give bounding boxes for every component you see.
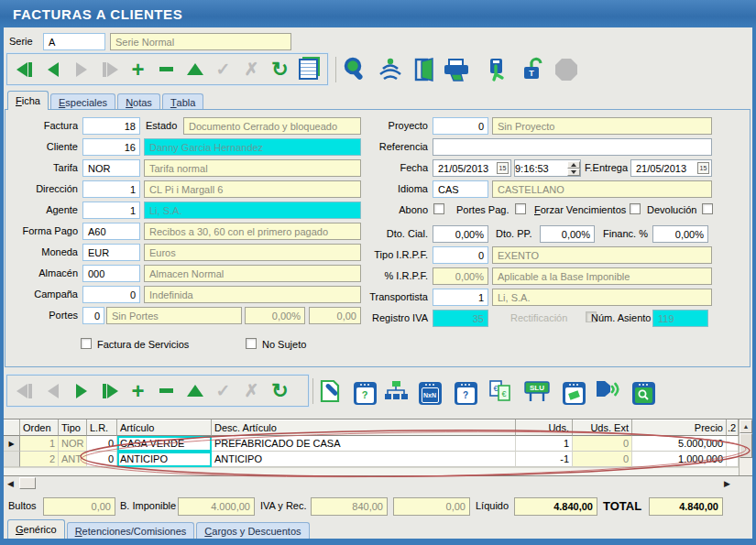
first-record-button[interactable] (13, 58, 36, 82)
cell-lr[interactable]: 0 (87, 436, 117, 452)
grid-horizontal-scrollbar[interactable]: ◀ ▶ (4, 476, 752, 491)
cell-orden[interactable]: 2 (20, 452, 59, 467)
calendar-icon[interactable]: 15 (497, 162, 509, 174)
calendar-icon[interactable]: 15 (697, 162, 709, 174)
agente-code-input[interactable]: 1 (82, 202, 140, 219)
line-first-button[interactable] (13, 379, 36, 403)
line-delete-button[interactable] (155, 379, 178, 403)
refresh-button[interactable]: ↻ (268, 58, 291, 82)
moneda-code-input[interactable]: EUR (82, 244, 140, 261)
hscroll-right-icon[interactable]: ▶ (724, 478, 730, 489)
print-button[interactable] (443, 55, 472, 84)
tarifa-code-input[interactable]: NOR (82, 159, 140, 177)
devolucion-checkbox[interactable] (702, 203, 713, 214)
cell-tipo[interactable]: ANT (59, 452, 87, 467)
edit-line-button[interactable] (315, 376, 345, 406)
vscroll-thumb[interactable] (740, 433, 752, 458)
cell-uds-ext[interactable]: 0 (573, 452, 632, 467)
col-header-precio[interactable]: Precio (632, 420, 727, 436)
hscroll-thumb[interactable] (19, 477, 36, 489)
window-search-button[interactable] (629, 378, 658, 408)
transportista-code-input[interactable]: 1 (433, 289, 488, 306)
cell-lr[interactable]: 0 (87, 452, 117, 467)
grid-vertical-scrollbar[interactable]: ▲ (739, 420, 752, 475)
touch-sign-button[interactable] (482, 55, 511, 84)
tab-especiales[interactable]: Especiales (50, 93, 115, 110)
line-next-button[interactable] (70, 379, 93, 403)
col-header-uds-ext[interactable]: Uds. Ext (573, 420, 632, 436)
line-edit-button[interactable] (183, 379, 206, 403)
time-spinner[interactable] (567, 161, 580, 176)
calculator-help-button[interactable]: ? (451, 378, 480, 408)
factura-input[interactable]: 18 (82, 117, 140, 135)
line-last-button[interactable] (98, 379, 121, 403)
dto-pp-input[interactable]: 0,00% (540, 225, 595, 243)
tab-cargos-descuentos[interactable]: Cargos y Descuentos (196, 522, 309, 539)
next-record-button[interactable] (70, 58, 93, 82)
abono-checkbox[interactable] (433, 203, 444, 214)
row-selector-cell[interactable] (4, 452, 20, 467)
tab-notas[interactable]: Notas (117, 93, 160, 110)
cell-p2[interactable] (727, 436, 739, 452)
grid-row[interactable]: ▶ 1 NOR 0 CASA VERDE PREFABRICADO DE CAS… (4, 436, 739, 452)
col-header-desc-articulo[interactable]: Desc. Artículo (212, 420, 516, 436)
cell-desc-articulo[interactable]: PREFABRICADO DE CASA (212, 436, 516, 452)
forma-pago-code-input[interactable]: A60 (82, 223, 140, 240)
line-cancel-button[interactable]: ✗ (240, 379, 263, 403)
col-header-p2[interactable]: .2 (727, 420, 739, 436)
lock-button[interactable]: T (518, 55, 547, 84)
tab-tabla[interactable]: Tabla (162, 93, 204, 110)
cell-uds[interactable]: 1 (516, 436, 573, 452)
previous-record-button[interactable] (41, 58, 64, 82)
line-confirm-button[interactable]: ✓ (212, 379, 235, 403)
cell-precio[interactable]: 5.000,000 (632, 436, 727, 452)
financ-input[interactable]: 0,00% (652, 225, 708, 243)
cell-orden[interactable]: 1 (20, 436, 59, 452)
fecha-time-input[interactable]: 9:16:53 (514, 159, 581, 177)
col-header-orden[interactable]: Orden (20, 420, 59, 436)
cell-uds[interactable]: -1 (516, 452, 573, 467)
help-window-button[interactable]: ? (350, 378, 379, 408)
hierarchy-button[interactable] (381, 376, 411, 406)
col-header-tipo[interactable]: Tipo (59, 420, 87, 436)
fecha-date-input[interactable]: 21/05/201315 (433, 159, 511, 177)
cell-tipo[interactable]: NOR (59, 436, 87, 452)
announce-audio-button[interactable] (592, 376, 621, 406)
nxn-matrix-button[interactable]: NxN (415, 378, 444, 408)
copy-document-euro-button[interactable]: €€ (486, 376, 515, 406)
tipo-irpf-code-input[interactable]: 0 (433, 246, 488, 264)
proyecto-code-input[interactable]: 0 (433, 117, 488, 135)
direccion-code-input[interactable]: 1 (82, 180, 140, 198)
dto-cial-input[interactable]: 0,00% (433, 225, 488, 243)
serie-code-input[interactable]: A (43, 33, 105, 50)
col-header-lr[interactable]: L.R. (87, 420, 117, 436)
cell-p2[interactable] (727, 452, 739, 467)
tab-retenciones-comisiones[interactable]: Retenciones/Comisiones (67, 522, 195, 539)
cancel-button[interactable]: ✗ (240, 58, 263, 82)
factura-servicios-checkbox[interactable] (81, 338, 92, 349)
row-selector-cell[interactable]: ▶ (4, 436, 20, 452)
confirm-button[interactable]: ✓ (212, 58, 235, 82)
cell-articulo[interactable]: CASA VERDE (117, 436, 212, 452)
add-record-button[interactable]: + (126, 58, 149, 82)
search-button[interactable] (341, 55, 370, 84)
referencia-input[interactable] (433, 138, 712, 156)
slu-sign-button[interactable]: SLU (522, 376, 552, 406)
last-record-button[interactable] (98, 58, 121, 82)
idioma-code-input[interactable]: CAS (433, 180, 488, 198)
hscroll-left-icon[interactable]: ◀ (7, 478, 14, 489)
cell-precio[interactable]: 1.000,000 (632, 452, 727, 467)
vscroll-up-icon[interactable]: ▲ (740, 420, 752, 433)
delete-record-button[interactable] (155, 58, 178, 82)
grid-row[interactable]: 2 ANT 0 ANTICIPO ANTICIPO -1 0 1.000,000 (4, 452, 739, 467)
portes-pag-checkbox[interactable] (515, 203, 526, 214)
no-sujeto-checkbox[interactable] (246, 338, 257, 349)
cliente-code-input[interactable]: 16 (82, 138, 140, 156)
almacen-code-input[interactable]: 000 (82, 265, 140, 282)
line-refresh-button[interactable]: ↻ (268, 379, 291, 403)
tab-generico[interactable]: Genérico (7, 519, 65, 539)
exit-door-button[interactable] (411, 55, 440, 84)
broadcast-icon[interactable] (376, 55, 405, 84)
line-add-button[interactable]: + (126, 379, 149, 403)
col-header-articulo[interactable]: Artículo (117, 420, 212, 436)
